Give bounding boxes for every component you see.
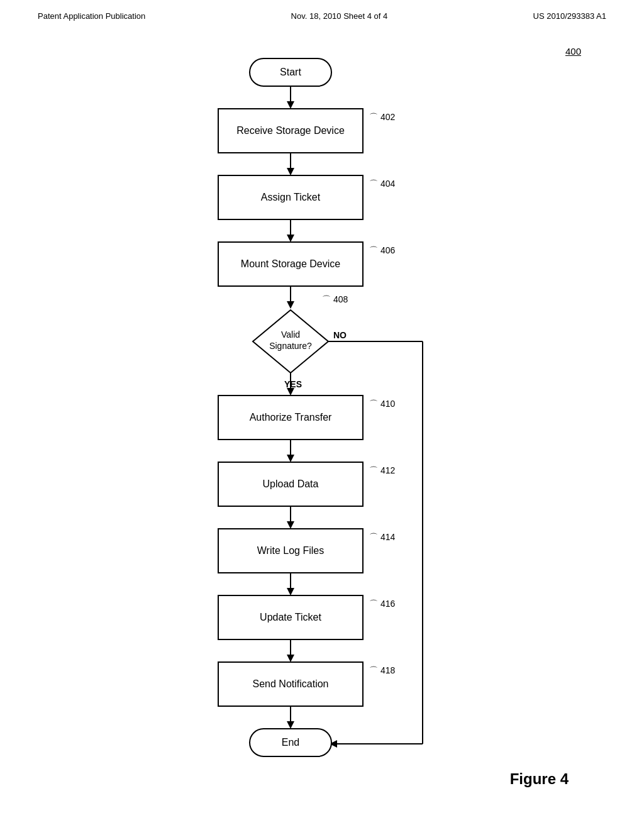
yes-label: YES [284,379,302,389]
step-412-number: ⌒ 412 [369,465,395,475]
step-410-number: ⌒ 410 [369,399,395,409]
page-header: Patent Application Publication Nov. 18, … [0,0,644,27]
step-412-label: Upload Data [263,479,319,489]
start-node: Start [250,58,331,86]
no-label: NO [333,330,347,340]
figure-caption: Figure 4 [510,770,569,788]
step-404-label: Assign Ticket [261,192,321,202]
step-412: Upload Data ⌒ 412 [218,462,395,506]
arrowhead-416-418 [287,655,294,662]
header-right: US 2010/293383 A1 [533,11,606,21]
step-418-label: Send Notification [253,678,329,689]
arrowhead-406-408 [287,301,294,309]
step-406-number: ⌒ 406 [369,245,395,255]
step-418: Send Notification ⌒ 418 [218,662,395,706]
end-label: End [282,737,299,748]
arrowhead-418-end [287,721,294,729]
step-410: Authorize Transfer ⌒ 410 [218,396,395,440]
step-408-label-line2: Signature? [269,341,312,351]
step-406: Mount Storage Device ⌒ 406 [218,242,395,286]
main-content: 400 Start Receive Storage Device ⌒ 402 [0,27,644,807]
step-416: Update Ticket ⌒ 416 [218,595,395,639]
arrowhead-412-414 [287,521,294,529]
arrowhead-404-406 [287,235,294,242]
step-416-number: ⌒ 416 [369,599,395,609]
step-414-number: ⌒ 414 [369,532,395,542]
step-416-label: Update Ticket [260,612,321,622]
flowchart-svg: Start Receive Storage Device ⌒ 402 Assig… [102,46,542,788]
header-center: Nov. 18, 2010 Sheet 4 of 4 [291,11,388,21]
header-left: Patent Application Publication [38,11,145,21]
step-406-label: Mount Storage Device [241,258,340,269]
arrowhead-410-412 [287,455,294,462]
step-414-label: Write Log Files [257,545,324,556]
arrowhead-start-402 [287,101,294,109]
arrowhead-414-416 [287,588,294,595]
flowchart-container: Start Receive Storage Device ⌒ 402 Assig… [38,46,606,788]
arrowhead-402-404 [287,168,294,175]
step-414: Write Log Files ⌒ 414 [218,529,395,573]
step-418-number: ⌒ 418 [369,665,395,675]
arrowhead-yes-410 [287,388,294,396]
step-402: Receive Storage Device ⌒ 402 [218,109,395,153]
step-408-number: ⌒ 408 [322,294,348,304]
step-402-number: ⌒ 402 [369,112,395,122]
start-label: Start [280,67,301,77]
step-404-number: ⌒ 404 [369,179,395,189]
step-410-label: Authorize Transfer [250,412,332,423]
step-408-label-line1: Valid [281,329,300,340]
step-402-label: Receive Storage Device [236,125,345,136]
step-404: Assign Ticket ⌒ 404 [218,175,395,219]
end-node: End [250,729,331,756]
